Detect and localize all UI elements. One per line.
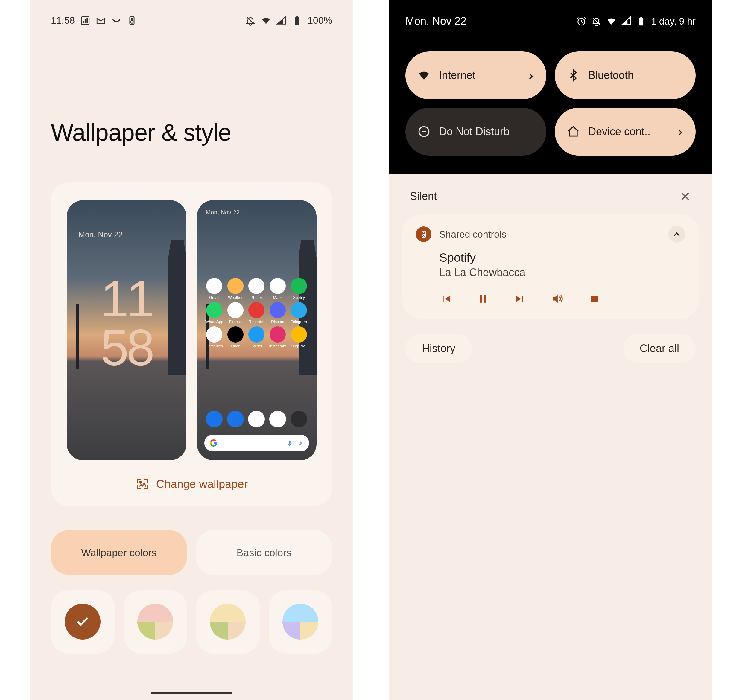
home-indicator[interactable] [151, 692, 232, 694]
app-item: Instagram [268, 326, 288, 348]
qs-tile-wifi[interactable]: Internet [405, 52, 546, 99]
amazon-icon [111, 15, 122, 26]
qs-tile-dnd[interactable]: Do Not Disturb [405, 108, 546, 156]
svg-rect-2 [85, 19, 86, 23]
lock-preview-date: Mon, Nov 22 [79, 230, 123, 239]
change-wallpaper-button[interactable]: Change wallpaper [63, 477, 320, 491]
dock-item [268, 411, 288, 427]
svg-rect-8 [296, 16, 298, 17]
bluetooth-icon [567, 69, 580, 82]
status-battery-pct: 100% [307, 15, 332, 26]
close-icon[interactable] [679, 190, 691, 202]
notif-section-label: Silent [410, 190, 437, 202]
app-item: Maps [268, 278, 288, 300]
clear-all-button[interactable]: Clear all [623, 334, 696, 363]
svg-rect-3 [87, 18, 88, 23]
stop-icon[interactable] [588, 292, 601, 305]
app-item: Discord [268, 302, 288, 324]
history-button[interactable]: History [405, 334, 472, 363]
notification-panel: Silent Shared controls Spotify La La Che… [389, 173, 712, 652]
next-track-icon[interactable] [514, 292, 527, 305]
color-swatch[interactable] [123, 590, 187, 654]
app-item: Uber [225, 326, 245, 348]
svg-rect-21 [591, 296, 597, 302]
app-item: Gmail [204, 278, 224, 300]
page-title: Wallpaper & style [30, 35, 353, 182]
svg-rect-14 [640, 17, 642, 18]
battery-icon [636, 16, 646, 26]
search-bar-mini [204, 435, 309, 451]
check-icon [65, 604, 100, 639]
dock-item [289, 411, 309, 427]
volume-icon[interactable] [550, 292, 564, 305]
wifi-icon [417, 69, 430, 82]
wifi-icon [261, 15, 271, 26]
qs-tile-home[interactable]: Device cont.. [555, 108, 696, 156]
battery-time-label: 1 day, 9 hr [651, 16, 696, 27]
status-time: 11:58 [51, 15, 75, 26]
change-wallpaper-label: Change wallpaper [156, 478, 248, 490]
dock-item [246, 411, 267, 427]
app-item: Weather [225, 278, 245, 300]
color-swatch[interactable] [51, 590, 115, 654]
svg-point-11 [140, 481, 141, 483]
app-item: Fitness [225, 302, 245, 324]
color-swatch[interactable] [196, 590, 260, 654]
svg-point-6 [131, 21, 134, 23]
svg-point-17 [423, 232, 424, 234]
chevron-right-icon [527, 71, 535, 80]
analytics-icon [80, 15, 90, 26]
app-item: WhatsApp [204, 302, 224, 324]
home-preview-date: Mon, Nov 22 [206, 209, 240, 216]
media-notification[interactable]: Shared controls Spotify La La Chewbacca [403, 214, 699, 319]
chevron-right-icon [676, 127, 685, 136]
signal-icon [277, 15, 287, 26]
svg-point-10 [300, 442, 301, 443]
notifications-off-icon [245, 15, 255, 26]
svg-rect-1 [83, 21, 84, 23]
speaker-icon [127, 15, 137, 26]
tab-wallpaper-colors[interactable]: Wallpaper colors [51, 530, 187, 575]
home-icon [567, 125, 580, 138]
homescreen-preview[interactable]: Mon, Nov 22 GmailWeatherPhotosMapsSpotif… [197, 200, 316, 460]
svg-point-5 [131, 18, 132, 20]
previous-track-icon[interactable] [439, 292, 452, 305]
dock-item [204, 411, 224, 427]
color-swatch[interactable] [269, 590, 332, 654]
notifications-off-icon [591, 16, 601, 26]
lockscreen-preview[interactable]: Mon, Nov 22 11 58 [67, 200, 186, 460]
app-item: Keep No.. [289, 326, 309, 348]
app-item: Twitter [246, 326, 267, 348]
tab-basic-colors[interactable]: Basic colors [196, 530, 332, 575]
media-header-label: Shared controls [439, 229, 506, 240]
wallpaper-icon [135, 477, 150, 491]
svg-rect-7 [295, 17, 299, 24]
status-bar: 11:58 100% [30, 0, 353, 35]
svg-point-18 [423, 234, 425, 236]
cast-speaker-icon [416, 226, 432, 242]
qs-date: Mon, Nov 22 [405, 15, 467, 27]
wallpaper-preview-card: Mon, Nov 22 11 58 Mon, Nov 22 GmailWeath… [51, 182, 332, 506]
app-item: Spotify [289, 278, 309, 300]
dock-item [225, 411, 245, 427]
alarm-icon [576, 16, 587, 26]
svg-rect-19 [480, 295, 482, 303]
quick-settings-panel: Mon, Nov 22 1 day, 9 hr InternetBluetoot… [389, 0, 712, 173]
lock-preview-time: 11 58 [67, 275, 186, 372]
collapse-icon[interactable] [668, 226, 685, 243]
signal-icon [621, 16, 631, 26]
wifi-icon [606, 16, 616, 26]
app-item: Castables [204, 326, 224, 348]
app-item: Recorder [246, 302, 267, 324]
media-track-name: La La Chewbacca [439, 266, 685, 279]
svg-rect-13 [639, 18, 643, 26]
svg-rect-20 [484, 295, 486, 303]
dnd-icon [417, 125, 430, 138]
app-item: Photos [246, 278, 267, 300]
battery-icon [292, 15, 302, 26]
pause-icon[interactable] [476, 292, 490, 305]
qs-tile-bluetooth[interactable]: Bluetooth [555, 52, 696, 99]
gmail-icon [96, 15, 106, 26]
app-item: Telegram [289, 302, 309, 324]
media-app-name: Spotify [439, 251, 685, 264]
